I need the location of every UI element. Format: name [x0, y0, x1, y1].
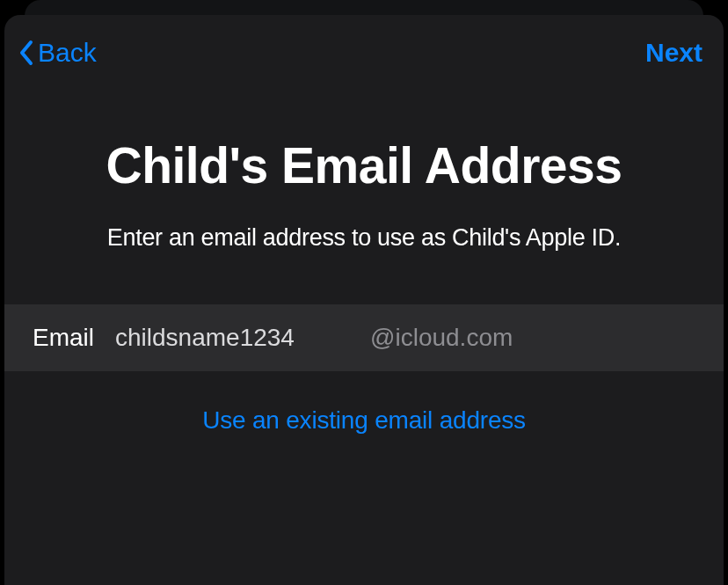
navigation-bar: Back Next	[4, 15, 724, 77]
back-button[interactable]: Back	[17, 38, 97, 68]
back-button-label: Back	[38, 38, 97, 68]
next-button[interactable]: Next	[645, 38, 703, 68]
page-subtitle: Enter an email address to use as Child's…	[4, 224, 724, 252]
email-domain-suffix: @icloud.com	[370, 324, 513, 352]
modal-sheet: Back Next Child's Email Address Enter an…	[4, 15, 724, 585]
email-row: Email @icloud.com	[4, 304, 724, 371]
next-button-label: Next	[645, 38, 703, 67]
page-title: Child's Email Address	[4, 136, 724, 194]
email-label: Email	[33, 324, 94, 352]
email-field-wrap[interactable]: @icloud.com	[115, 324, 695, 352]
use-existing-email-link[interactable]: Use an existing email address	[202, 406, 526, 434]
chevron-left-icon	[17, 38, 36, 68]
content-area: Child's Email Address Enter an email add…	[4, 77, 724, 435]
email-input[interactable]	[115, 324, 370, 352]
link-row: Use an existing email address	[4, 406, 724, 435]
